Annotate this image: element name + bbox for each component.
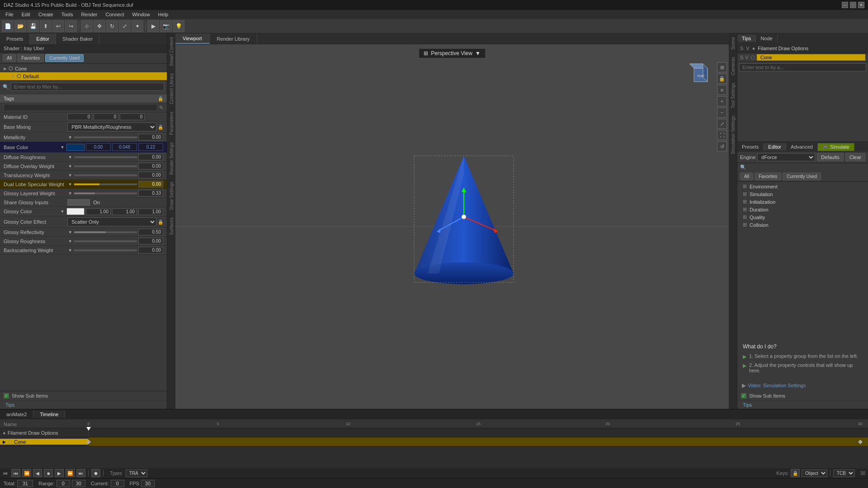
tl-cone-content[interactable] [89,437,868,446]
undo-button[interactable]: ↩ [52,20,64,32]
menu-create[interactable]: Create [35,11,57,18]
open-button[interactable]: 📂 [14,20,26,32]
engine-select[interactable]: dForce [757,153,815,161]
metallicity-slider[interactable] [74,136,137,138]
rpt-initialization[interactable]: ⊞ Initialization [737,198,868,206]
range-end-input[interactable] [72,480,85,487]
select-tool[interactable]: ⊹ [81,20,93,32]
scale-tool[interactable]: ⤢ [119,20,131,32]
dr-slider[interactable] [74,156,137,158]
light-button[interactable]: 💡 [173,20,184,32]
object-select[interactable]: Object [802,469,827,477]
tips-button-right[interactable]: Tips [740,402,755,408]
menu-edit[interactable]: Edit [18,11,34,18]
rpt-duration[interactable]: ⊞ Duration [737,206,868,213]
tl-cone-name[interactable]: ▶ ⬡ Cone [0,439,89,445]
vp-icon-fullscreen[interactable]: ⛶ [717,130,727,140]
gc-tri[interactable]: ▼ [60,209,65,214]
surfaces-tab[interactable]: Surfaces [168,214,175,239]
redo-button[interactable]: ↪ [65,20,77,32]
tags-lock[interactable]: 🔒 [158,96,163,101]
rp-cat-fav[interactable]: Favorites [755,173,781,180]
show-sub-items-checkbox[interactable]: ✓ [4,393,9,399]
cameras-tab-right[interactable]: Cameras [729,53,737,79]
bw-value[interactable] [138,247,163,253]
rotate-tool[interactable]: ↻ [106,20,118,32]
props-simulate-tab[interactable]: 🎮 Simulate [818,143,854,151]
perspective-dropdown[interactable]: ▼ [475,50,481,56]
props-advanced-tab[interactable]: Advanced [786,143,818,150]
bw-tri[interactable]: ▼ [67,248,73,253]
gce-select[interactable]: Scatter Only [67,217,156,226]
gr-value[interactable] [138,229,163,235]
cat-favorites[interactable]: Favorites [17,54,44,62]
camera-button[interactable]: 📷 [160,20,172,32]
tw-value[interactable] [138,172,163,178]
gc-swatch[interactable] [66,208,85,215]
dl-value[interactable] [138,181,163,188]
fps-input[interactable] [141,480,155,487]
total-input[interactable] [17,480,33,487]
gc-b[interactable] [138,208,163,215]
menu-tools[interactable]: Tools [58,11,77,18]
minimize-button[interactable]: ─ [842,2,848,8]
cat-currently-used[interactable]: Currently Used [45,54,84,62]
tree-default[interactable]: ▼ ⬡ Default [0,72,167,80]
scene-tab[interactable]: Scene [729,33,737,53]
tab-viewport[interactable]: Viewport [175,33,210,44]
rpt-collision[interactable]: ⊞ Collision [737,221,868,229]
draw-settings-tab[interactable]: Draw Settings [168,178,175,213]
tw-tri[interactable]: ▼ [67,173,73,178]
tags-edit-icon[interactable]: ✎ [159,105,163,111]
sgi-on[interactable]: On [93,200,100,205]
base-mixing-select[interactable]: PBR Metallicity/Roughness [67,122,156,131]
orientation-cube[interactable]: TOP [687,61,714,89]
gc-r[interactable] [86,208,111,215]
gr-slider[interactable] [74,231,137,233]
save-button[interactable]: 💾 [27,20,39,32]
tl-fdo-name[interactable]: ● Filament Draw Options [0,430,89,436]
keyframe-30[interactable] [858,440,863,444]
dl-tri[interactable]: ▼ [67,182,73,187]
tl-btn-step-fwd[interactable]: ⏩ [66,469,75,477]
vp-icon-fit[interactable]: ⤢ [717,119,727,129]
do-value[interactable] [138,163,163,169]
filter-search-input[interactable] [11,83,164,91]
scene-tips-tab[interactable]: Tips [737,35,756,42]
do-tri[interactable]: ▼ [67,164,73,169]
gl-slider[interactable] [74,192,137,194]
dr-tri[interactable]: ▼ [67,155,73,160]
tab-presets[interactable]: Presets [0,33,30,44]
tab-render-library[interactable]: Render Library [210,33,258,44]
move-tool[interactable]: ✥ [94,20,105,32]
bw-slider[interactable] [74,249,137,251]
material-id-b[interactable] [120,113,145,120]
universal-tool[interactable]: ✦ [132,20,143,32]
current-input[interactable] [111,480,124,487]
rp-cat-all[interactable]: All [740,173,753,180]
dl-slider[interactable] [74,183,137,185]
interp-select[interactable]: TCB [833,469,855,477]
tab-animate2[interactable]: aniMate2 [0,411,33,418]
vp-icon-refresh[interactable]: ↺ [717,141,727,151]
tl-btn-step-back[interactable]: ⏪ [22,469,31,477]
base-color-swatch[interactable] [66,144,85,151]
tab-timeline[interactable]: Timeline [33,411,65,418]
video-link[interactable]: ▶ Video: Simulation Settings [737,380,868,391]
menu-connect[interactable]: Connect [102,11,128,18]
types-select[interactable]: TRA [126,469,147,477]
close-button[interactable]: ✕ [858,2,864,8]
base-color-g[interactable] [112,143,137,151]
metallicity-value[interactable] [138,134,163,141]
tl-btn-record[interactable]: ⏺ [91,469,100,477]
tl-keys-lock[interactable]: 🔒 [791,469,800,477]
dr-value[interactable] [138,154,163,160]
render-settings-tab[interactable]: Render Settings [168,139,175,178]
menu-file[interactable]: File [2,11,17,18]
parameters-tab[interactable]: Parameters [168,108,175,139]
base-color-r[interactable] [86,143,111,151]
scene-node-tab[interactable]: Node [756,35,777,42]
tl-btn-play-fwd[interactable]: ▶ [55,469,64,477]
simulation-settings-tab[interactable]: Simulation Settings [729,112,737,158]
tab-editor[interactable]: Editor [30,33,56,44]
